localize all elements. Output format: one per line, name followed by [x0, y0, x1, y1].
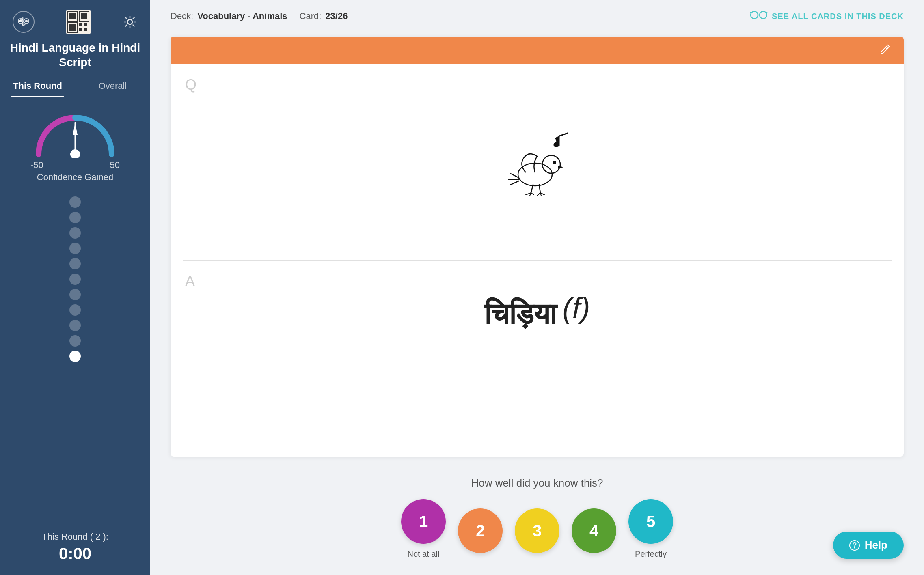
rating-2-button[interactable]: 2: [458, 508, 503, 553]
card-answer-section: A चिड़िया (f): [171, 261, 904, 457]
card-dot-2: [69, 212, 81, 223]
deck-prefix: Deck:: [171, 11, 193, 22]
top-bar: Deck: Vocabulary - Animals Card: 23/26 S…: [150, 0, 924, 32]
tab-overall[interactable]: Overall: [75, 77, 150, 97]
deck-name: Vocabulary - Animals: [197, 11, 287, 22]
main-content: Deck: Vocabulary - Animals Card: 23/26 S…: [150, 0, 924, 575]
card-prefix: Card:: [300, 11, 322, 22]
flashcard: Q: [171, 37, 904, 457]
svg-point-20: [760, 11, 767, 19]
svg-rect-9: [81, 13, 87, 19]
rating-5-value: 5: [646, 513, 655, 531]
help-button[interactable]: Help: [833, 532, 904, 559]
answer-gender: (f): [563, 291, 590, 325]
back-logo-button[interactable]: [11, 10, 36, 34]
rating-section: How well did you know this? 1 Not at all…: [150, 465, 924, 575]
card-dot-8: [69, 304, 81, 316]
round-time: 0:00: [42, 545, 108, 563]
question-label: Q: [185, 76, 196, 93]
confidence-gained-label: Confidence Gained: [37, 172, 113, 183]
sidebar-header: [0, 0, 150, 41]
card-dot-6: [69, 274, 81, 285]
tab-this-round[interactable]: This Round: [0, 77, 75, 97]
rating-5-wrap: 5 Perfectly: [628, 499, 673, 559]
rating-buttons: 1 Not at all 2 3 4: [401, 499, 673, 559]
rating-question: How well did you know this?: [471, 477, 603, 489]
card-body: Q: [171, 64, 904, 457]
rating-3-value: 3: [533, 522, 542, 540]
tabs-row: This Round Overall: [0, 77, 150, 97]
svg-rect-7: [69, 13, 76, 19]
svg-rect-11: [69, 24, 76, 31]
svg-line-33: [531, 193, 534, 195]
svg-line-24: [885, 47, 887, 49]
rating-1-value: 1: [419, 513, 428, 531]
card-dot-10: [69, 335, 81, 347]
card-area: Q: [150, 32, 924, 465]
answer-hindi-text: चिड़िया: [484, 297, 556, 331]
see-all-label: SEE ALL CARDS IN THIS DECK: [772, 12, 904, 21]
svg-point-0: [13, 11, 34, 32]
card-dot-7: [69, 289, 81, 300]
svg-rect-13: [84, 23, 87, 26]
gauge-max-label: 50: [110, 160, 120, 170]
svg-point-26: [518, 163, 552, 186]
rating-1-wrap: 1 Not at all: [401, 499, 446, 559]
rating-4-button[interactable]: 4: [572, 508, 616, 553]
edit-card-button[interactable]: [879, 43, 892, 58]
card-dot-5: [69, 258, 81, 269]
rating-4-wrap: 4: [572, 508, 616, 559]
round-info: This Round ( 2 ): 0:00: [42, 532, 108, 575]
bird-illustration: [497, 126, 578, 199]
sidebar: Hindi Language in Hindi Script This Roun…: [0, 0, 150, 575]
card-dot-3: [69, 227, 81, 239]
user-avatar[interactable]: [66, 10, 91, 34]
svg-point-18: [70, 149, 80, 158]
see-all-cards-button[interactable]: SEE ALL CARDS IN THIS DECK: [750, 10, 904, 22]
rating-4-value: 4: [589, 522, 598, 540]
rating-3-wrap: 3: [515, 508, 559, 559]
svg-point-38: [854, 547, 855, 548]
svg-point-3: [19, 20, 22, 22]
answer-label: A: [185, 273, 195, 290]
round-label: This Round ( 2 ):: [42, 532, 108, 542]
help-label: Help: [865, 539, 887, 551]
rating-1-label: Not at all: [408, 549, 440, 559]
card-dot-4: [69, 243, 81, 254]
gauge-labels: -50 50: [30, 160, 120, 170]
svg-point-16: [127, 19, 132, 24]
rating-1-button[interactable]: 1: [401, 499, 446, 544]
card-number: 23/26: [325, 11, 348, 22]
rating-3-button[interactable]: 3: [515, 508, 559, 553]
svg-rect-12: [79, 23, 82, 26]
card-progress-dots: [69, 196, 81, 532]
rating-2-wrap: 2: [458, 508, 503, 559]
rating-2-value: 2: [476, 522, 485, 540]
settings-button[interactable]: [121, 13, 139, 31]
svg-line-25: [559, 133, 568, 136]
deck-info: Deck: Vocabulary - Animals Card: 23/26: [171, 11, 348, 22]
card-dot-9: [69, 320, 81, 331]
card-dot-11: [69, 351, 81, 362]
svg-point-19: [751, 11, 758, 19]
card-top-bar: [171, 37, 904, 64]
card-question-section: Q: [171, 64, 904, 260]
gauge-min-label: -50: [30, 160, 43, 170]
confidence-gauge: -50 50 Confidence Gained: [30, 110, 120, 183]
glasses-icon: [750, 10, 768, 22]
card-dot-1: [69, 196, 81, 208]
rating-5-button[interactable]: 5: [628, 499, 673, 544]
svg-rect-15: [84, 28, 87, 31]
deck-title: Hindi Language in Hindi Script: [0, 41, 150, 77]
svg-line-34: [537, 193, 540, 196]
svg-point-28: [553, 161, 556, 164]
rating-5-label: Perfectly: [635, 549, 667, 559]
svg-rect-14: [79, 28, 82, 31]
svg-point-4: [25, 20, 28, 22]
